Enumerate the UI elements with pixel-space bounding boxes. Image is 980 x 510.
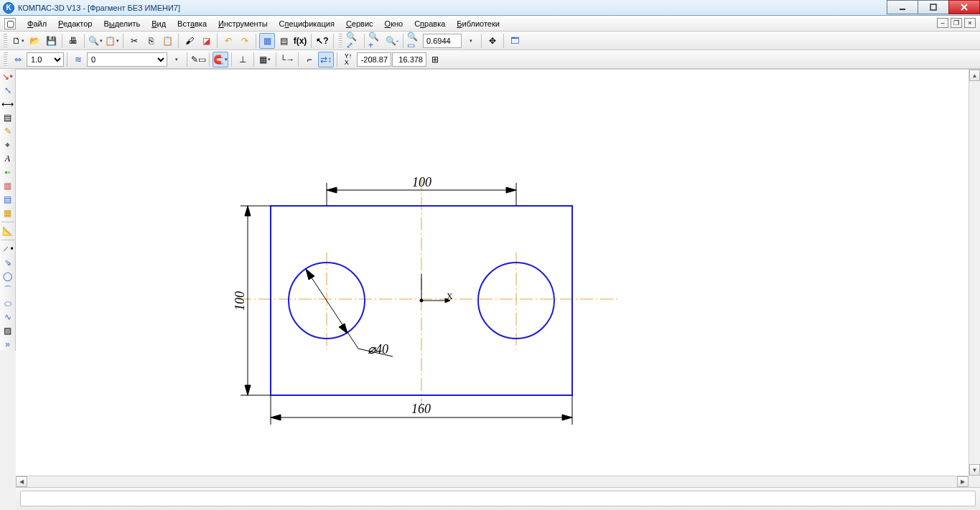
canvas[interactable]: X 100 100 160 [16, 69, 980, 487]
arc-button[interactable]: ⌒ [1, 283, 15, 296]
circle-button[interactable]: ◯ [1, 270, 15, 283]
minimize-button[interactable] [887, 0, 918, 14]
layers-button[interactable]: ≋ [70, 52, 86, 67]
round-button[interactable]: ⌐ [302, 52, 317, 67]
scroll-right-button[interactable]: ▶ [957, 476, 969, 487]
tree-button[interactable]: 📋▾ [104, 33, 120, 49]
spline-icon: ∿ [4, 313, 11, 321]
ortho-button[interactable]: ⊥ [235, 52, 251, 67]
axis-button[interactable]: ⌖ [1, 138, 15, 151]
print-button[interactable]: 🖶 [65, 33, 81, 49]
coords-mode-button[interactable]: Y↑X [340, 52, 356, 67]
message-panel[interactable] [20, 491, 976, 506]
geom-line-button[interactable]: ⤡ [1, 84, 15, 97]
menu-service[interactable]: Сервис [340, 17, 379, 30]
help-arrow-button[interactable]: ↖? [314, 33, 330, 49]
mdi-controls: – ❐ × [937, 18, 976, 28]
coord-y-input[interactable] [392, 52, 426, 67]
measure-button[interactable]: 📐 [1, 225, 15, 237]
menu-select[interactable]: Выделить [98, 17, 146, 30]
spline-button[interactable]: ∿ [1, 311, 15, 324]
window-title: КОМПАС-3D V13 - [Фрагмент БЕЗ ИМЕНИ7] [18, 4, 180, 12]
horizontal-scrollbar[interactable]: ◀ ▶ [16, 476, 969, 487]
table-button[interactable]: ▦ [1, 179, 15, 192]
segment-button[interactable]: ⇘ [1, 256, 15, 269]
report-button[interactable]: ▤ [1, 193, 15, 206]
layer-manager-button[interactable]: ▾ [168, 52, 184, 67]
hatch-button[interactable]: ▨ [1, 324, 15, 337]
coord-x-input[interactable] [357, 52, 391, 67]
designation-button[interactable]: ▤ [1, 111, 15, 124]
zoom-value-input[interactable] [423, 34, 462, 48]
tree-icon: 📋 [105, 37, 116, 45]
pan-button[interactable]: ✥ [485, 33, 500, 49]
step-button[interactable]: ⇔ [10, 52, 26, 67]
zoom-out-icon: 🔍- [386, 37, 399, 45]
toolbar-standard: 🗋▾ 📂 💾 🖶 🔍▾ 📋▾ ✂ ⎘ 📋 🖌 ◪ ↶ ↷ ▦ ▤ f(x) ↖?… [0, 32, 980, 50]
toolbar-grip-2[interactable] [339, 34, 342, 48]
menu-insert[interactable]: Вставка [172, 17, 213, 30]
mdi-close-button[interactable]: × [964, 18, 976, 28]
layer-select[interactable]: 0 [87, 52, 167, 67]
zoom-in-button[interactable]: 🔍+ [368, 33, 383, 49]
zoom-window-icon: 🔍▭ [407, 32, 421, 49]
menu-tools[interactable]: Инструменты [213, 17, 274, 30]
libraries-button[interactable]: ▤ [276, 33, 291, 49]
menu-spec[interactable]: Спецификация [274, 17, 340, 30]
zoom-dropdown-button[interactable]: ▾ [462, 33, 478, 49]
preview-button[interactable]: 🔍▾ [88, 33, 103, 49]
mdi-minimize-button[interactable]: – [937, 18, 948, 28]
spec-button[interactable]: ▦ [1, 207, 15, 219]
toolbar-grip[interactable] [4, 34, 7, 48]
mdi-restore-button[interactable]: ❐ [951, 18, 962, 28]
step-select[interactable]: 1.0 [27, 52, 64, 67]
geom-point-button[interactable]: ↘• [1, 70, 15, 83]
document-system-icon[interactable]: ▢ [4, 18, 16, 29]
maximize-button[interactable] [918, 0, 949, 14]
chevron-button[interactable]: » [1, 338, 15, 351]
zoom-fit-button[interactable]: 🔍⤢ [345, 33, 361, 49]
menu-editor[interactable]: Редактор [52, 17, 98, 30]
menu-view[interactable]: Вид [146, 17, 172, 30]
menu-window[interactable]: Окно [379, 17, 409, 30]
vertical-scrollbar[interactable]: ▲ ▼ [969, 70, 980, 476]
dimensions-button[interactable]: ⟷ [1, 98, 15, 110]
edit-ops-button[interactable]: ✎ [1, 125, 15, 138]
toolbar-grip-3[interactable] [4, 52, 7, 67]
scroll-up-button[interactable]: ▲ [969, 70, 980, 81]
open-button[interactable]: 📂 [27, 33, 42, 49]
redo-button[interactable]: ↷ [237, 33, 253, 49]
zoom-out-button[interactable]: 🔍- [384, 33, 400, 49]
copy-button[interactable]: ⎘ [143, 33, 159, 49]
variables-button[interactable]: f(x) [292, 33, 308, 49]
coord-lock-button[interactable]: ⊞ [427, 52, 443, 67]
track-icon: ⇄↕ [320, 55, 332, 64]
properties-button[interactable]: ◪ [198, 33, 214, 49]
manager-button[interactable]: ▦ [259, 33, 275, 49]
ellipse-button[interactable]: ⬭ [1, 297, 15, 310]
cut-button[interactable]: ✂ [126, 33, 142, 49]
measure-icon: 📐 [2, 227, 13, 235]
snap-toggle-button[interactable]: 🧲▾ [213, 52, 228, 67]
menu-file[interactable]: Файл [22, 17, 52, 30]
scroll-down-button[interactable]: ▼ [969, 464, 980, 476]
scroll-left-button[interactable]: ◀ [16, 476, 27, 487]
toolbar-state: ⇔ 1.0 ≋ 0 ▾ ✎▭ 🧲▾ ⊥ ▦▾ └→ ⌐ ⇄↕ Y↑X ⊞ [0, 50, 980, 69]
zoom-window-button[interactable]: 🔍▭ [406, 33, 422, 49]
undo-button[interactable]: ↶ [220, 33, 236, 49]
close-button[interactable] [948, 0, 980, 14]
menu-help[interactable]: Справка [409, 17, 451, 30]
aux-line-button[interactable]: ⟋• [1, 242, 15, 255]
save-button[interactable]: 💾 [43, 33, 59, 49]
menu-libs[interactable]: Библиотеки [451, 17, 505, 30]
format-paint-button[interactable]: 🖌 [182, 33, 197, 49]
refresh-button[interactable]: 🗔 [507, 33, 523, 49]
new-button[interactable]: 🗋▾ [10, 33, 26, 49]
grid-button[interactable]: ▦▾ [257, 52, 273, 67]
lcs-button[interactable]: └→ [279, 52, 295, 67]
edit-in-place-button[interactable]: ✎▭ [190, 52, 206, 67]
symbols-button[interactable]: ▪▫ [1, 166, 15, 179]
track-button[interactable]: ⇄↕ [318, 52, 334, 67]
text-a-button[interactable]: A [1, 152, 15, 165]
paste-button[interactable]: 📋 [159, 33, 175, 49]
